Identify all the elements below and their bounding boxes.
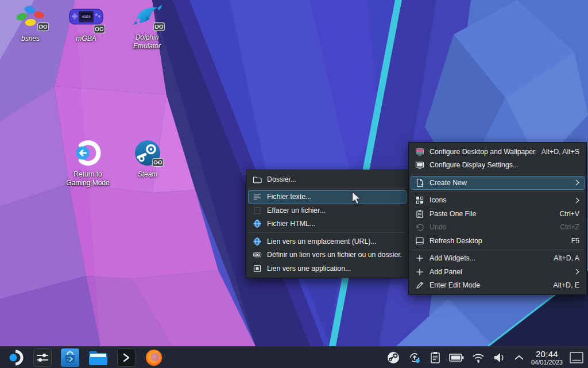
menu-item-shortcut: Alt+D, Alt+S [541, 148, 579, 156]
volume-icon [493, 351, 506, 364]
menu-item-paste-one-file[interactable]: Paste One File Ctrl+V [411, 207, 585, 221]
menu-item-lien-application[interactable]: Lien vers une application... [248, 262, 407, 275]
menu-item-label: Lien vers une application... [267, 264, 401, 273]
text-file-icon [253, 192, 262, 201]
terminal-icon [117, 348, 136, 367]
menu-item-label: Définir un lien vers un fichier ou un do… [267, 251, 401, 259]
menu-item-fichier-html[interactable]: Fichier HTML... [248, 217, 407, 231]
folder-icon [88, 350, 108, 366]
menu-item-add-widgets[interactable]: Add Widgets... Alt+D, A [411, 252, 585, 266]
application-launcher-button[interactable] [7, 348, 24, 367]
menu-item-label: Configure Display Settings... [430, 161, 574, 169]
menu-item-shortcut: Alt+D, E [554, 281, 579, 289]
menu-item-icons[interactable]: Icons [411, 194, 585, 208]
menu-item-add-panel[interactable]: Add Panel [411, 265, 585, 279]
menu-item-shortcut: Ctrl+Z [560, 223, 579, 231]
show-desktop-button[interactable] [570, 348, 583, 367]
wallpaper-icon [415, 147, 424, 156]
system-settings-button[interactable] [33, 348, 52, 367]
menu-item-label: Effacer un fichier... [267, 206, 401, 214]
return-to-gaming-mode-icon [73, 138, 103, 168]
discover-store-icon [61, 348, 79, 367]
menu-separator [249, 232, 406, 233]
menu-item-fichier-texte[interactable]: Fichier texte... [248, 190, 407, 204]
menu-item-enter-edit-mode[interactable]: Enter Edit Mode Alt+D, E [411, 279, 585, 293]
updates-tray-button[interactable] [408, 348, 421, 367]
globe-icon [253, 237, 262, 246]
menu-item-lien-url[interactable]: Lien vers un emplacement (URL)... [248, 235, 407, 248]
mouse-cursor [351, 191, 362, 206]
battery-tray-button[interactable] [449, 348, 464, 367]
submenu-arrow-icon [575, 179, 579, 186]
plus-icon [415, 267, 424, 277]
menu-item-create-new[interactable]: Create New [411, 176, 585, 190]
empty-file-icon [253, 206, 262, 215]
steam-deck-logo-icon [7, 349, 24, 366]
desktop-icon-steam[interactable]: Steam [122, 138, 173, 179]
symlink-badge-icon [153, 22, 165, 31]
menu-item-label: Icons [430, 196, 570, 204]
icons-grid-icon [415, 195, 424, 205]
taskbar-panel: 20:44 04/01/2023 [0, 346, 588, 368]
menu-item-label: Fichier texte... [267, 193, 401, 201]
menu-item-label: Configure Desktop and Wallpaper... [430, 148, 536, 156]
clock-date: 04/01/2023 [531, 359, 563, 366]
symlink-badge-icon [152, 158, 164, 167]
menu-item-label: Refresh Desktop [430, 237, 566, 245]
steam-tray-button[interactable] [386, 348, 400, 367]
menu-item-dossier[interactable]: Dossier... [248, 172, 407, 186]
system-tray [386, 348, 524, 367]
clock-time: 20:44 [531, 350, 563, 358]
create-new-submenu: Dossier... Fichier texte... Effacer un f… [246, 170, 409, 278]
wifi-icon [471, 352, 485, 363]
desktop-icon-dolphin-emulator[interactable]: Dolphin Emulator [121, 3, 173, 51]
symlink-badge-icon [37, 22, 49, 31]
menu-item-label: Fichier HTML... [267, 220, 401, 228]
menu-item-label: Add Widgets... [430, 254, 548, 262]
menu-item-refresh-desktop[interactable]: Refresh Desktop F5 [411, 234, 585, 248]
menu-item-shortcut: Ctrl+V [559, 210, 579, 218]
display-icon [415, 160, 424, 170]
firefox-button[interactable] [145, 348, 163, 367]
desktop[interactable]: bsnes mGBA mGBA [0, 0, 588, 368]
menu-item-shortcut: Alt+D, A [554, 254, 579, 262]
plus-icon [415, 254, 424, 263]
menu-item-label: Enter Edit Mode [430, 281, 548, 289]
volume-tray-button[interactable] [493, 348, 506, 367]
steam-tray-icon [386, 351, 400, 365]
application-icon [253, 264, 262, 273]
refresh-desktop-icon [415, 236, 424, 246]
menu-separator [249, 188, 406, 189]
desktop-context-menu: Configure Desktop and Wallpaper... Alt+D… [408, 142, 587, 295]
edit-pencil-icon [415, 281, 424, 290]
menu-item-configure-desktop-wallpaper[interactable]: Configure Desktop and Wallpaper... Alt+D… [411, 145, 585, 159]
desktop-icon-label: bsnes [21, 34, 40, 43]
desktop-icon-mgba[interactable]: mGBA mGBA [60, 3, 113, 43]
firefox-icon [145, 348, 163, 367]
symlink-badge-icon [94, 25, 105, 33]
wifi-tray-button[interactable] [471, 348, 485, 367]
menu-item-label: Paste One File [430, 210, 554, 218]
desktop-icon-return-to-gaming-mode[interactable]: Return to Gaming Mode [59, 138, 117, 187]
desktop-icon-bsnes[interactable]: bsnes [5, 3, 56, 43]
chain-link-icon [253, 250, 262, 259]
folder-icon [253, 175, 262, 184]
menu-item-lien-fichier-dossier[interactable]: Définir un lien vers un fichier ou un do… [248, 248, 407, 262]
desktop-icon-label: Return to Gaming Mode [63, 170, 113, 187]
discover-store-button[interactable] [61, 348, 79, 367]
submenu-arrow-icon [575, 197, 579, 204]
file-manager-button[interactable] [88, 348, 108, 367]
menu-item-configure-display-settings[interactable]: Configure Display Settings... [411, 159, 585, 172]
menu-separator [411, 191, 584, 192]
menu-item-label: Create New [430, 179, 570, 187]
digital-clock[interactable]: 20:44 04/01/2023 [531, 350, 563, 366]
menu-item-undo[interactable]: Undo Ctrl+Z [411, 221, 585, 235]
updates-icon [408, 351, 421, 365]
menu-item-effacer-un-fichier[interactable]: Effacer un fichier... [248, 204, 407, 217]
clipboard-tray-button[interactable] [429, 348, 442, 367]
globe-icon [253, 219, 262, 228]
konsole-terminal-button[interactable] [117, 348, 136, 367]
expand-tray-button[interactable] [514, 348, 524, 367]
chevron-up-icon [514, 354, 524, 361]
menu-item-label: Lien vers un emplacement (URL)... [267, 237, 401, 246]
